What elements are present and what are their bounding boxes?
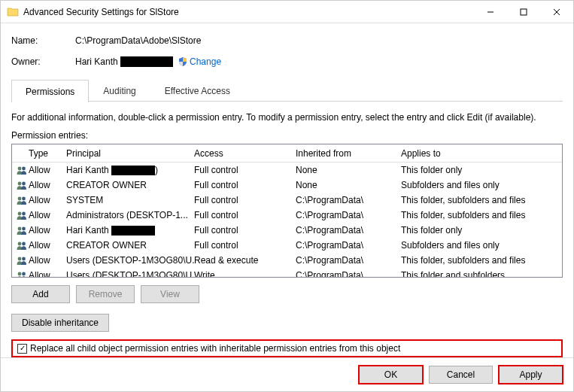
tab-auditing[interactable]: Auditing bbox=[89, 79, 150, 102]
maximize-button[interactable] bbox=[507, 1, 540, 23]
titlebar: Advanced Security Settings for SlStore bbox=[1, 1, 573, 23]
shield-icon bbox=[178, 56, 188, 67]
cell-type: Allow bbox=[29, 165, 66, 175]
cell-principal: Users (DESKTOP-1M3OG80\U... bbox=[66, 255, 194, 266]
redacted-principal bbox=[111, 166, 155, 175]
table-row[interactable]: AllowSYSTEMFull controlC:\ProgramData\Th… bbox=[12, 193, 562, 208]
footer: OK Cancel Apply bbox=[1, 357, 573, 391]
ok-button[interactable]: OK bbox=[359, 366, 423, 384]
cell-type: Allow bbox=[29, 225, 66, 236]
cell-applies: This folder, subfolders and files bbox=[401, 210, 562, 220]
cell-inherited: C:\ProgramData\ bbox=[296, 240, 401, 251]
redacted-principal bbox=[111, 226, 155, 236]
cell-principal: CREATOR OWNER bbox=[66, 180, 194, 190]
table-row[interactable]: AllowHari Kanth Full controlC:\ProgramDa… bbox=[12, 223, 562, 238]
replace-children-label: Replace all child object permission entr… bbox=[30, 343, 400, 354]
people-icon bbox=[15, 196, 29, 205]
cell-principal: Hari Kanth bbox=[66, 225, 194, 236]
disable-inheritance-button[interactable]: Disable inheritance bbox=[11, 314, 109, 332]
svg-point-8 bbox=[18, 197, 22, 201]
table-row[interactable]: AllowCREATOR OWNERFull controlC:\Program… bbox=[12, 238, 562, 253]
name-label: Name: bbox=[11, 35, 75, 46]
svg-point-16 bbox=[18, 257, 22, 261]
folder-icon bbox=[7, 6, 19, 18]
cell-access: Read & execute bbox=[194, 255, 296, 266]
cell-access: Full control bbox=[194, 195, 296, 205]
table-row[interactable]: AllowUsers (DESKTOP-1M3OG80\U...WriteC:\… bbox=[12, 268, 562, 277]
remove-button[interactable]: Remove bbox=[76, 285, 135, 303]
cell-inherited: C:\ProgramData\ bbox=[296, 255, 401, 266]
svg-point-6 bbox=[18, 182, 22, 186]
window-title: Advanced Security Settings for SlStore bbox=[23, 7, 474, 17]
svg-point-13 bbox=[22, 227, 26, 231]
entries-label: Permission entries: bbox=[11, 130, 563, 141]
svg-point-15 bbox=[22, 242, 26, 246]
svg-point-4 bbox=[18, 167, 22, 171]
replace-children-checkbox[interactable]: ✓ bbox=[17, 344, 27, 354]
change-owner-link[interactable]: Change bbox=[190, 56, 221, 67]
cell-inherited: None bbox=[296, 180, 401, 190]
people-icon bbox=[15, 181, 29, 190]
owner-value: Hari Kanth bbox=[75, 56, 173, 68]
add-button[interactable]: Add bbox=[11, 285, 70, 303]
cell-applies: Subfolders and files only bbox=[401, 180, 562, 190]
cell-applies: This folder only bbox=[401, 165, 562, 175]
cell-type: Allow bbox=[29, 240, 66, 251]
cell-inherited: C:\ProgramData\ bbox=[296, 210, 401, 220]
cell-inherited: C:\ProgramData\ bbox=[296, 270, 401, 277]
minimize-button[interactable] bbox=[474, 1, 507, 23]
cell-principal: CREATOR OWNER bbox=[66, 240, 194, 251]
cell-principal: Hari Kanth ) bbox=[66, 165, 194, 175]
name-value: C:\ProgramData\Adobe\SlStore bbox=[75, 35, 201, 46]
people-icon bbox=[15, 256, 29, 265]
people-icon bbox=[15, 241, 29, 250]
people-icon bbox=[15, 271, 29, 277]
cancel-button[interactable]: Cancel bbox=[429, 366, 493, 384]
col-principal-header[interactable]: Principal bbox=[66, 148, 194, 159]
cell-inherited: C:\ProgramData\ bbox=[296, 195, 401, 205]
cell-type: Allow bbox=[29, 270, 66, 277]
col-inherited-header[interactable]: Inherited from bbox=[296, 148, 401, 159]
tab-effective-access[interactable]: Effective Access bbox=[150, 79, 244, 102]
people-icon bbox=[15, 211, 29, 220]
redacted-owner bbox=[120, 56, 173, 67]
svg-point-7 bbox=[22, 182, 26, 186]
col-access-header[interactable]: Access bbox=[194, 148, 296, 159]
col-type-header[interactable]: Type bbox=[29, 148, 66, 159]
grid-button-row: Add Remove View bbox=[11, 285, 563, 303]
cell-inherited: None bbox=[296, 165, 401, 175]
cell-inherited: C:\ProgramData\ bbox=[296, 225, 401, 236]
cell-principal: Users (DESKTOP-1M3OG80\U... bbox=[66, 270, 194, 277]
tab-permissions[interactable]: Permissions bbox=[11, 80, 89, 102]
tab-strip: Permissions Auditing Effective Access bbox=[11, 79, 563, 102]
cell-applies: This folder and subfolders bbox=[401, 270, 562, 277]
cell-type: Allow bbox=[29, 255, 66, 266]
close-button[interactable] bbox=[540, 1, 573, 23]
svg-point-12 bbox=[18, 227, 22, 231]
svg-point-19 bbox=[22, 272, 26, 276]
cell-access: Full control bbox=[194, 240, 296, 251]
people-icon bbox=[15, 226, 29, 235]
cell-type: Allow bbox=[29, 180, 66, 190]
grid-body[interactable]: AllowHari Kanth )Full controlNoneThis fo… bbox=[12, 163, 562, 277]
view-button[interactable]: View bbox=[141, 285, 199, 303]
svg-rect-1 bbox=[521, 9, 527, 15]
table-row[interactable]: AllowCREATOR OWNERFull controlNoneSubfol… bbox=[12, 178, 562, 193]
cell-access: Full control bbox=[194, 180, 296, 190]
cell-access: Full control bbox=[194, 210, 296, 220]
col-applies-header[interactable]: Applies to bbox=[401, 148, 562, 159]
svg-point-14 bbox=[18, 242, 22, 246]
window-controls bbox=[474, 1, 573, 23]
table-row[interactable]: AllowHari Kanth )Full controlNoneThis fo… bbox=[12, 163, 562, 178]
cell-applies: This folder only bbox=[401, 225, 562, 236]
table-row[interactable]: AllowUsers (DESKTOP-1M3OG80\U...Read & e… bbox=[12, 253, 562, 268]
replace-children-row[interactable]: ✓ Replace all child object permission en… bbox=[11, 339, 563, 357]
cell-access: Full control bbox=[194, 225, 296, 236]
info-text: For additional information, double-click… bbox=[11, 112, 563, 123]
apply-button[interactable]: Apply bbox=[499, 366, 563, 384]
svg-point-17 bbox=[22, 257, 26, 261]
cell-type: Allow bbox=[29, 195, 66, 205]
table-row[interactable]: AllowAdministrators (DESKTOP-1...Full co… bbox=[12, 208, 562, 223]
cell-applies: This folder, subfolders and files bbox=[401, 195, 562, 205]
cell-access: Write bbox=[194, 270, 296, 277]
